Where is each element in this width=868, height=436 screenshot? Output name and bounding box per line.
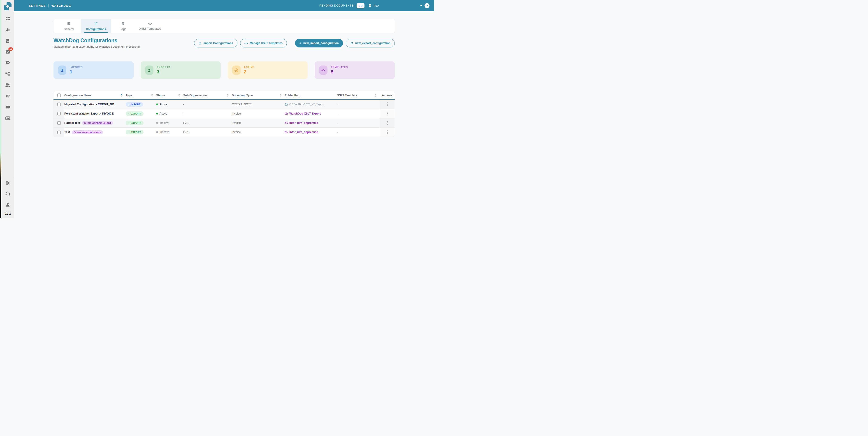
sidebar-item-document-search[interactable]: [5, 38, 10, 43]
sub-organization-cell: -: [183, 109, 232, 118]
folder-path-cell[interactable]: infor_idm_onpremise: [285, 128, 337, 137]
sidebar-item-settings[interactable]: [5, 180, 10, 186]
type-badge-export: ↑EXPORT: [126, 111, 144, 116]
code-icon: <>: [244, 41, 248, 45]
column-header-actions: Actions: [380, 94, 395, 97]
select-all-checkbox[interactable]: [57, 93, 61, 97]
sidebar-item-workflow[interactable]: [5, 71, 10, 77]
breadcrumb: SETTINGS WATCHDOG: [29, 4, 71, 7]
stat-value: 3: [157, 69, 170, 75]
status-dot-active: [156, 104, 158, 105]
sort-icon[interactable]: [227, 94, 228, 97]
pending-documents-count[interactable]: 00: [356, 3, 365, 8]
toolbar: Import Configurations <> Manage XSLT Tem…: [194, 39, 395, 48]
column-header-status[interactable]: Status: [156, 94, 183, 97]
download-icon: [58, 65, 66, 75]
breadcrumb-settings[interactable]: SETTINGS: [29, 4, 46, 7]
configuration-name-cell: Raffael Test IDM_ONPREM_SHORT: [64, 118, 126, 127]
tab-configurations[interactable]: Configurations: [81, 19, 111, 33]
sort-icon[interactable]: [280, 94, 282, 97]
content-area: General Configurations Logs <> XSLT Temp…: [14, 11, 434, 218]
type-badge-export: ↑EXPORT: [126, 121, 144, 125]
configurations-table: Configuration Name Type Status Sub-Organ…: [54, 91, 395, 137]
org-badge: IDM_ONPREM_SHORT: [82, 121, 113, 125]
help-button[interactable]: ?: [425, 3, 430, 8]
folder-path-cell[interactable]: infor_idm_onpremise: [285, 118, 337, 127]
page-header: WatchDog Configurations Manage import an…: [54, 37, 395, 48]
sort-icon[interactable]: [375, 94, 376, 97]
table-row[interactable]: Test IDM_ONPREM_SHORT ↑EXPORT Inactive P…: [54, 127, 395, 137]
table-row[interactable]: Migrated Configuration - CREDIT_NO ↓IMPO…: [54, 99, 395, 109]
column-header-xslt-template[interactable]: XSLT Template: [337, 94, 380, 97]
import-configurations-button[interactable]: Import Configurations: [194, 39, 238, 48]
review-icon: [5, 60, 10, 65]
sub-organization-cell: PJA: [183, 118, 232, 127]
sidebar-item-integrations[interactable]: [5, 105, 10, 110]
xslt-template-cell: -: [337, 112, 338, 115]
tab-label: XSLT Templates: [139, 27, 161, 30]
code-icon: <>: [319, 65, 328, 75]
sidebar-item-support[interactable]: [5, 191, 10, 197]
sidebar-item-users[interactable]: [5, 82, 10, 88]
xslt-template-cell: -: [337, 103, 338, 106]
table-row[interactable]: Raffael Test IDM_ONPREM_SHORT ↑EXPORT In…: [54, 118, 395, 127]
stat-value: 2: [244, 69, 254, 75]
configuration-name-cell: Persistent Watcher Export - INVOICE: [64, 109, 126, 118]
sort-icon[interactable]: [151, 94, 153, 97]
row-actions-kebab-icon[interactable]: [386, 120, 389, 126]
row-actions-kebab-icon[interactable]: [386, 129, 389, 135]
logs-clipboard-icon: [121, 22, 125, 26]
tab-general[interactable]: General: [57, 19, 81, 33]
sort-icon[interactable]: [121, 94, 123, 97]
sidebar-item-tasks[interactable]: 10: [5, 49, 10, 54]
sidebar-nav: 10: [5, 13, 10, 121]
tab-logs[interactable]: Logs: [111, 19, 135, 33]
stat-label: EXPORTS: [157, 66, 170, 68]
manage-xslt-templates-button[interactable]: <> Manage XSLT Templates: [240, 39, 287, 48]
page-subtitle: Manage import and export paths for Watch…: [54, 45, 140, 48]
configuration-name-cell: Migrated Configuration - CREDIT_NO: [64, 99, 126, 109]
tab-xslt-templates[interactable]: <> XSLT Templates: [135, 19, 165, 33]
sort-icon[interactable]: [178, 94, 180, 97]
row-checkbox[interactable]: [57, 130, 61, 134]
pending-documents-label: PENDING DOCUMENTS:: [319, 4, 354, 7]
sidebar-item-dashboard[interactable]: [5, 16, 10, 21]
row-actions-kebab-icon[interactable]: [386, 111, 389, 117]
organization-selector[interactable]: PJA: [368, 4, 422, 8]
sliders-icon: [94, 22, 98, 26]
sidebar-item-purchase[interactable]: [5, 93, 10, 99]
column-header-configuration-name[interactable]: Configuration Name: [64, 94, 126, 97]
document-search-icon: [5, 38, 10, 43]
sidebar-item-profile[interactable]: [5, 202, 10, 207]
cloud-off-icon: [73, 131, 76, 133]
status-cell: Active: [156, 103, 167, 106]
table-row[interactable]: Persistent Watcher Export - INVOICE ↑EXP…: [54, 109, 395, 118]
sidebar-item-analytics[interactable]: [5, 27, 10, 32]
type-badge-import: ↓IMPORT: [126, 102, 143, 107]
dashboard-icon: [5, 16, 10, 21]
folder-path-cell[interactable]: WatchDog XSLT Export: [285, 109, 337, 118]
sidebar-item-review[interactable]: [5, 60, 10, 65]
new-export-configuration-button[interactable]: new_export_configuration: [346, 39, 395, 48]
sidebar: 10 0.1.2: [1, 0, 14, 218]
row-checkbox[interactable]: [57, 103, 61, 106]
row-actions-kebab-icon[interactable]: [386, 101, 389, 107]
stat-card-active: ACTIVE 2: [228, 61, 308, 79]
column-header-document-type[interactable]: Document Type: [232, 94, 285, 97]
main-area: SETTINGS WATCHDOG PENDING DOCUMENTS: 00 …: [14, 0, 434, 218]
column-header-type[interactable]: Type: [126, 94, 156, 97]
column-header-sub-organization[interactable]: Sub-Organization: [183, 94, 232, 97]
logo-icon: [4, 2, 12, 10]
xslt-template-cell: -: [337, 121, 338, 124]
chevron-down-icon[interactable]: [420, 5, 422, 6]
cloud-off-icon: [84, 122, 86, 124]
folder-icon: [285, 103, 288, 106]
app-logo[interactable]: [1, 0, 14, 13]
sidebar-item-reports[interactable]: [5, 115, 10, 121]
new-import-configuration-button[interactable]: + new_import_configuration: [295, 39, 343, 48]
analytics-icon: [5, 27, 10, 32]
document-type-cell: Invoice: [232, 109, 285, 118]
row-checkbox[interactable]: [57, 121, 61, 125]
row-checkbox[interactable]: [57, 112, 61, 115]
cart-add-icon: [5, 93, 10, 99]
